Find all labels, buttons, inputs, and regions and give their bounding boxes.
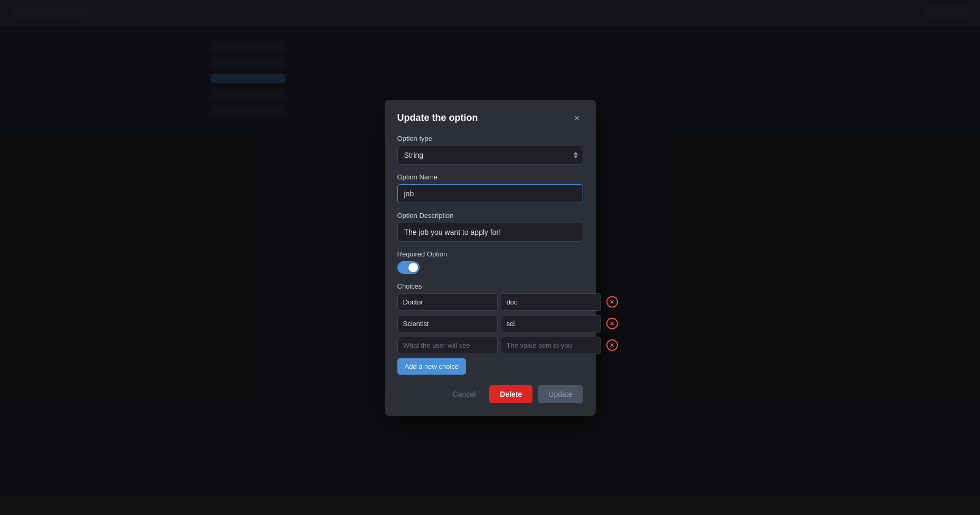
choices-label: Choices xyxy=(397,282,583,290)
choice-row-1: × xyxy=(397,293,583,311)
cancel-button[interactable]: Cancel xyxy=(444,385,484,403)
choice-1-value-input[interactable] xyxy=(501,293,601,311)
option-type-select[interactable]: String Integer Boolean Choice xyxy=(397,146,583,165)
option-desc-input[interactable] xyxy=(397,223,583,242)
remove-choice-1-icon: × xyxy=(606,296,618,308)
modal-header: Update the option × xyxy=(397,112,583,124)
option-name-input[interactable] xyxy=(397,184,583,203)
choice-1-display-input[interactable] xyxy=(397,293,498,311)
update-option-modal: Update the option × Option type String I… xyxy=(385,100,596,416)
choice-2-display-input[interactable] xyxy=(397,315,498,332)
option-name-group: Option Name xyxy=(397,173,583,203)
choice-3-value-input[interactable] xyxy=(501,337,601,354)
option-type-label: Option type xyxy=(397,135,583,142)
update-button[interactable]: Update xyxy=(538,385,583,403)
choice-row-2: × xyxy=(397,315,583,332)
choice-2-value-input[interactable] xyxy=(501,315,601,332)
option-desc-group: Option Description xyxy=(397,212,583,242)
remove-choice-2-button[interactable]: × xyxy=(604,316,620,331)
required-option-label: Required Option xyxy=(397,250,583,258)
remove-choice-3-icon: × xyxy=(606,339,618,351)
add-choice-button[interactable]: Add a new choice xyxy=(397,358,467,375)
option-type-group: Option type String Integer Boolean Choic… xyxy=(397,135,583,165)
modal-backdrop: Update the option × Option type String I… xyxy=(0,0,980,515)
close-button[interactable]: × xyxy=(571,112,583,124)
remove-choice-1-button[interactable]: × xyxy=(604,294,620,310)
modal-title: Update the option xyxy=(397,112,478,123)
remove-choice-2-icon: × xyxy=(606,318,618,329)
toggle-slider xyxy=(397,261,420,274)
option-desc-label: Option Description xyxy=(397,212,583,220)
remove-choice-3-button[interactable]: × xyxy=(604,337,620,353)
required-option-group: Required Option xyxy=(397,250,583,274)
delete-button[interactable]: Delete xyxy=(489,385,532,403)
option-name-label: Option Name xyxy=(397,173,583,181)
required-toggle[interactable] xyxy=(397,261,420,274)
choice-3-display-input[interactable] xyxy=(397,337,498,354)
modal-footer: Cancel Delete Update xyxy=(397,385,583,403)
required-toggle-wrapper xyxy=(397,261,583,274)
option-type-select-wrapper: String Integer Boolean Choice xyxy=(397,146,583,165)
choice-row-3: × xyxy=(397,337,583,354)
choices-section: Choices × × xyxy=(397,282,583,375)
